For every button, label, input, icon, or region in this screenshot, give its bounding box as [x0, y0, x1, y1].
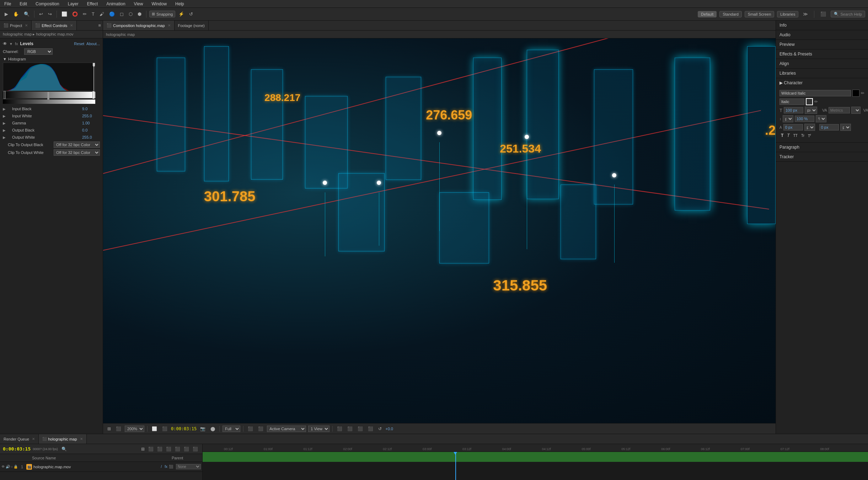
prop-output-white-value[interactable]: 255.0	[82, 135, 100, 139]
menu-item-animation[interactable]: Animation	[105, 1, 127, 7]
tl-btn-3[interactable]: ⬛	[156, 446, 164, 452]
prop-output-black-value[interactable]: 0.0	[82, 128, 100, 132]
char-font-name-input[interactable]	[779, 90, 851, 96]
char-smallcaps-btn[interactable]: Tr	[800, 133, 806, 138]
viewer-channels-btn[interactable]: ⬛	[246, 426, 254, 432]
viewer-camera-btn[interactable]: 📷	[199, 426, 207, 432]
workspace-libraries[interactable]: Libraries	[777, 11, 798, 17]
char-fill-pencil[interactable]: ✏	[861, 91, 864, 96]
quality-select[interactable]: Full Half Third Quarter	[223, 426, 240, 432]
tool-roto[interactable]: ⬡	[127, 10, 134, 18]
tab-effect-close[interactable]: ✕	[70, 23, 73, 27]
menu-item-composition[interactable]: Composition	[34, 1, 61, 7]
viewer-gizmo-btn[interactable]: ⬛	[366, 426, 375, 432]
char-unit-select[interactable]: px	[783, 115, 793, 122]
char-vert-unit[interactable]: %	[816, 115, 826, 122]
histogram-label[interactable]: ▼ Histogram	[3, 57, 100, 61]
clip-output-white-select[interactable]: Off for 32 bpc Color On Off	[54, 149, 100, 156]
layer-solo-icon[interactable]: ○	[11, 465, 13, 469]
prop-input-black-expand[interactable]: ▶	[3, 107, 6, 111]
tool-shape1[interactable]: ⬜	[60, 10, 69, 18]
panel-item-align[interactable]: Align	[776, 59, 868, 69]
playhead[interactable]	[455, 452, 456, 480]
char-fill-color-btn[interactable]	[852, 90, 859, 97]
layer-parent-select[interactable]: None	[176, 464, 201, 469]
char-kerning-input[interactable]	[829, 107, 850, 113]
viewer-colors-btn[interactable]: ⬛	[257, 426, 265, 432]
viewer-3d-btn[interactable]: ⬛	[336, 426, 344, 432]
prop-output-white-expand[interactable]: ▶	[3, 135, 6, 139]
output-slider-bar[interactable]	[3, 100, 95, 104]
tl-btn-2[interactable]: ⬛	[147, 446, 155, 452]
char-stroke-btn[interactable]	[806, 98, 813, 105]
char-indent-unit[interactable]: px	[804, 124, 815, 131]
panel-menu-btn[interactable]: ≡	[96, 21, 103, 30]
menu-item-window[interactable]: Window	[150, 1, 168, 7]
channel-select[interactable]: RGB Red Green Blue Alpha	[24, 48, 53, 55]
prop-gamma-expand[interactable]: ▶	[3, 121, 6, 125]
viewer-resize-btn[interactable]: ⬛	[161, 426, 169, 432]
tool-stamp[interactable]: 🔵	[107, 10, 117, 18]
workspace-small-screen[interactable]: Small Screen	[745, 11, 774, 17]
panel-item-audio[interactable]: Audio	[776, 30, 868, 40]
input-slider-bar[interactable]	[3, 92, 95, 98]
tool-puppet[interactable]: ⬢	[136, 10, 143, 18]
search-help-box[interactable]: 🔍 Search Help	[831, 11, 865, 17]
tool-redo[interactable]: ↪	[46, 10, 54, 18]
effect-about-btn[interactable]: About...	[86, 42, 100, 46]
workspace-standard[interactable]: Standard	[719, 11, 742, 17]
input-white-handle[interactable]	[92, 91, 95, 99]
tl-btn-6[interactable]: ⬛	[182, 446, 191, 452]
layer-audio-icon[interactable]: 🔊	[6, 465, 10, 469]
panel-item-preview[interactable]: Preview	[776, 40, 868, 49]
tl-btn-1[interactable]: ⊞	[140, 446, 146, 452]
viewer-grid2-btn[interactable]: ⬛	[346, 426, 354, 432]
zoom-select[interactable]: 200% 100% 50% Fit	[125, 426, 144, 432]
layer-3d-icon[interactable]: ⬛	[169, 465, 175, 469]
tl-search-btn[interactable]: 🔍	[60, 446, 68, 452]
gamma-handle[interactable]	[47, 92, 49, 100]
panel-item-paragraph[interactable]: Paragraph	[776, 143, 868, 152]
tab-comp-close[interactable]: ✕	[168, 23, 171, 27]
clip-output-black-select[interactable]: Off for 32 bpc Color On Off	[54, 142, 100, 148]
viewer-snap-btn[interactable]: ⬛	[114, 426, 123, 432]
char-baseline-input[interactable]	[819, 124, 839, 130]
char-super-btn[interactable]: Tr	[807, 132, 813, 139]
workspace-default[interactable]: Default	[698, 11, 717, 17]
effect-visibility-toggle[interactable]: 👁	[3, 41, 7, 46]
tool-zoom[interactable]: 🔍	[22, 10, 31, 18]
char-size-unit[interactable]: px	[805, 107, 817, 114]
tab-footage[interactable]: Footage (none)	[175, 21, 209, 30]
tool-pen[interactable]: ✏	[81, 10, 89, 18]
tool-eraser[interactable]: ◻	[118, 10, 125, 18]
viewer-region-btn[interactable]: ⬜	[150, 426, 159, 432]
char-italic-btn[interactable]: T	[786, 132, 791, 139]
layer-lock-icon[interactable]: 🔒	[14, 465, 18, 469]
tl-btn-4[interactable]: ⬛	[165, 446, 173, 452]
char-kerning-unit[interactable]	[851, 107, 861, 114]
tl-btn-7[interactable]: ⬛	[191, 446, 199, 452]
effect-collapse-icon[interactable]: ▼	[9, 42, 13, 46]
viewer-refresh-btn[interactable]: ↺	[377, 426, 383, 432]
tool-extra2[interactable]: ↺	[187, 10, 195, 18]
tool-undo[interactable]: ↩	[37, 10, 45, 18]
layer-name-1[interactable]: holographic.map.mov	[33, 465, 158, 469]
tool-text[interactable]: T	[90, 10, 96, 18]
prop-input-white-expand[interactable]: ▶	[3, 114, 6, 118]
char-font-style-input[interactable]	[779, 98, 804, 105]
tab-hm-close[interactable]: ✕	[80, 437, 83, 441]
tool-brush[interactable]: 🖌	[98, 10, 106, 18]
tool-select[interactable]: ▶	[3, 10, 10, 18]
tl-btn-5[interactable]: ⬛	[173, 446, 182, 452]
tab-rq-close[interactable]: ✕	[32, 437, 35, 441]
tool-extra1[interactable]: ⚡	[177, 10, 186, 18]
layer-visibility-icon[interactable]: 👁	[1, 465, 5, 469]
tl-timecode[interactable]: 0:00:03:15	[3, 446, 31, 452]
character-header[interactable]: ▶ Character	[776, 78, 868, 87]
layer-fx-icon[interactable]: /	[161, 465, 162, 469]
char-vert-scale-input[interactable]	[795, 116, 814, 122]
tab-composition[interactable]: ⬛ Composition holographic.map ✕	[103, 21, 175, 30]
prop-input-white-value[interactable]: 255.0	[82, 114, 100, 118]
panel-item-effects-presets[interactable]: Effects & Presets	[776, 49, 868, 59]
fullscreen-btn[interactable]: ⬛	[819, 10, 828, 18]
